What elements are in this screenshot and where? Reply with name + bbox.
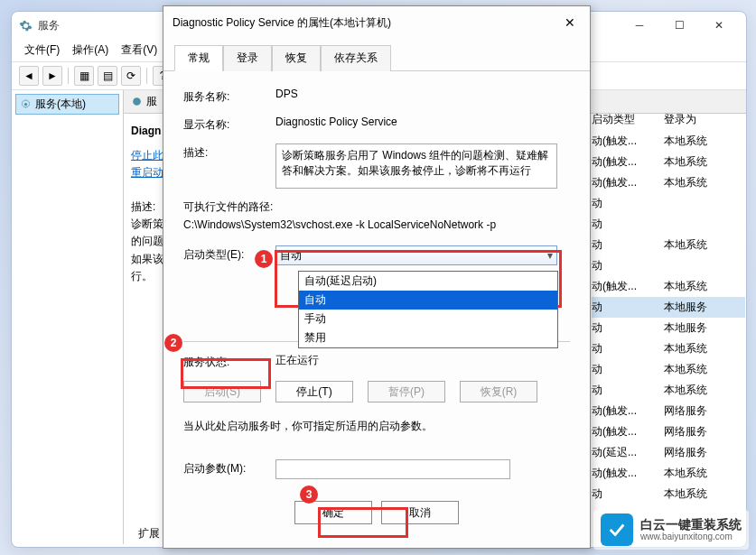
cancel-button[interactable]: 取消 [381,501,459,524]
tab-dependencies[interactable]: 依存关系 [321,45,391,71]
table-row[interactable]: 动(触发...本地系统 [592,152,745,172]
cell-logon-as: 本地系统 [664,175,736,190]
startup-type-value: 自动 [280,248,302,264]
startup-hint: 当从此处启动服务时，你可指定所适用的启动参数。 [183,419,570,434]
table-row[interactable]: 动 [592,255,745,276]
dropdown-option-disabled[interactable]: 禁用 [299,328,557,347]
display-name-value: Diagnostic Policy Service [275,116,570,128]
bottom-tabs[interactable]: 扩展 \ [138,526,165,541]
service-name-value: DPS [275,88,570,100]
svg-point-0 [24,103,27,106]
cell-startup-type: 动 [592,383,664,398]
minimize-button[interactable]: ─ [620,13,659,38]
tree-root-label: 服务(本地) [35,97,86,112]
tab-logon[interactable]: 登录 [223,45,272,71]
tool-props[interactable]: ▤ [98,66,117,86]
cell-startup-type: 动 [592,362,664,377]
table-row[interactable]: 动(触发...网络服务 [592,401,745,421]
startup-type-select[interactable]: 自动 ▾ [275,245,557,265]
cell-logon-as: 本地系统 [664,466,736,481]
startup-type-dropdown: 自动(延迟启动) 自动 手动 禁用 [298,271,558,348]
tree-root-item[interactable]: 服务(本地) [15,94,119,115]
maximize-button[interactable]: ☐ [659,13,699,38]
cell-startup-type: 动 [592,341,664,356]
service-name-heading: Diagn [131,125,162,137]
cell-logon-as: 本地系统 [664,134,736,149]
dialog-tabs: 常规 登录 恢复 依存关系 [163,44,590,71]
cell-logon-as: 本地系统 [664,341,736,356]
close-button[interactable]: ✕ [699,13,739,38]
service-status-value: 正在运行 [275,353,570,368]
dialog-title-text: Diagnostic Policy Service 的属性(本地计算机) [173,15,559,31]
start-button: 启动(S) [183,381,261,402]
table-row[interactable]: 动(触发...本地系统 [592,172,745,193]
cell-startup-type: 动 [592,196,664,211]
tool-forward[interactable]: ► [42,66,62,86]
pause-button: 暂停(P) [368,381,445,402]
table-row[interactable]: 动 [592,214,745,235]
table-row[interactable]: 动本地系统 [592,338,745,359]
table-row[interactable]: 动(触发...本地系统 [592,131,745,152]
menu-view[interactable]: 查看(V) [116,41,163,60]
table-row[interactable]: 动本地服务 [592,318,745,338]
cell-startup-type: 动(触发... [592,403,664,419]
restart-link[interactable]: 重启动 [131,165,162,180]
col-startup-type[interactable]: 启动类型 [592,112,664,127]
stop-link[interactable]: 停止此 [131,148,162,163]
menu-file[interactable]: 文件(F) [19,41,65,60]
cell-logon-as: 本地服务 [664,300,736,315]
cell-startup-type: 动(触发... [592,134,664,149]
chevron-down-icon: ▾ [547,249,553,262]
tool-grid[interactable]: ▦ [74,66,94,86]
cell-logon-as [664,196,736,211]
stop-button[interactable]: 停止(T) [275,381,353,402]
center-header-label: 服 [146,94,157,109]
table-row[interactable]: 动本地服务 [592,297,745,318]
tool-refresh[interactable]: ⟳ [121,66,141,86]
watermark-logo [601,513,633,546]
column-headers: 启动类型 登录为 [592,108,745,131]
table-row[interactable]: 动(触发...本地系统 [592,463,745,484]
separator [146,68,147,84]
dropdown-option-manual[interactable]: 手动 [299,310,557,328]
watermark: 白云一键重装系统 www.baiyunxitong.com [593,510,749,550]
description-text[interactable]: 诊断策略服务启用了 Windows 组件的问题检测、疑难解答和解决方案。如果该服… [275,143,557,189]
menu-action[interactable]: 操作(A) [67,41,114,60]
table-row[interactable]: 动(延迟...网络服务 [592,442,745,463]
detail-description: 描述: 诊断策 的问题 如果该 行。 [131,199,162,285]
table-row[interactable]: 动(触发...本地系统 [592,276,745,297]
ok-button[interactable]: 确定 [294,501,372,524]
table-row[interactable]: 动本地系统 [592,235,745,255]
display-name-label: 显示名称: [183,116,275,133]
dialog-close-button[interactable]: ✕ [559,12,581,33]
cell-logon-as: 网络服务 [664,403,736,419]
tool-back[interactable]: ◄ [19,66,39,86]
cell-startup-type: 动 [592,300,664,315]
dropdown-option-delayed[interactable]: 自动(延迟启动) [299,272,557,291]
cell-startup-type: 动 [592,217,664,232]
table-row[interactable]: 动本地系统 [592,380,745,401]
resume-button: 恢复(R) [460,381,537,402]
table-row[interactable]: 动本地系统 [592,359,745,380]
table-row[interactable]: 动(触发...网络服务 [592,421,745,442]
service-list-columns: 启动类型 登录为 动(触发...本地系统动(触发...本地系统动(触发...本地… [592,108,745,504]
cell-startup-type: 动(触发... [592,154,664,170]
col-logon-as[interactable]: 登录为 [664,112,736,127]
cell-logon-as [664,258,736,273]
table-row[interactable]: 动 [592,193,745,214]
cell-startup-type: 动 [592,258,664,273]
cell-logon-as: 本地系统 [664,237,736,253]
dropdown-option-auto[interactable]: 自动 [299,291,557,310]
table-row[interactable]: 动本地系统 [592,484,745,504]
watermark-url: www.baiyunxitong.com [640,532,742,542]
cell-logon-as: 本地系统 [664,154,736,170]
cell-startup-type: 动 [592,320,664,336]
cell-logon-as: 网络服务 [664,424,736,439]
cell-logon-as [664,217,736,232]
cell-startup-type: 动(触发... [592,175,664,190]
gear-icon [131,96,143,107]
tab-recovery[interactable]: 恢复 [272,45,321,71]
cell-startup-type: 动(触发... [592,279,664,294]
tab-general[interactable]: 常规 [174,45,223,71]
dialog-titlebar: Diagnostic Policy Service 的属性(本地计算机) ✕ [163,6,590,39]
